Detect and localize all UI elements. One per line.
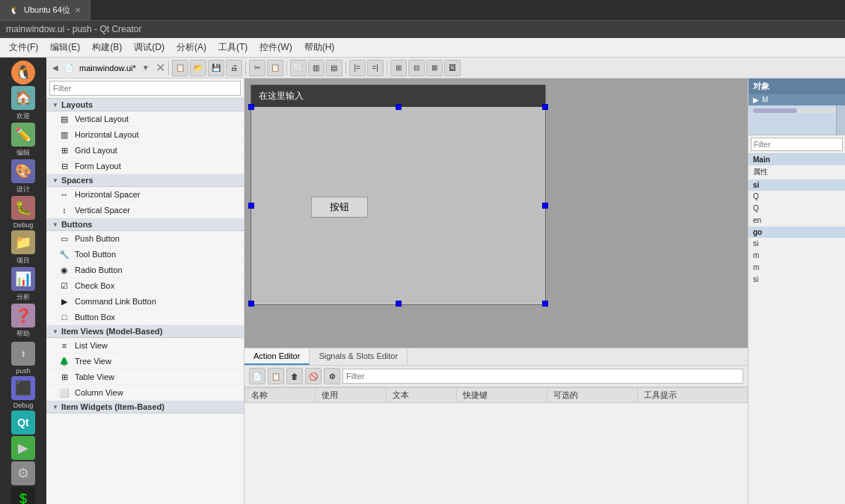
props-slider-area bbox=[749, 105, 845, 135]
sidebar-icon-run[interactable]: ▶ bbox=[3, 436, 43, 460]
sidebar-icon-debug[interactable]: 🐛 Debug bbox=[3, 196, 43, 229]
sidebar-icon-project[interactable]: 📁 项目 bbox=[3, 230, 43, 265]
menu-file[interactable]: 文件(F) bbox=[3, 39, 44, 56]
widget-tool-button[interactable]: 🔧 Tool Button bbox=[46, 247, 244, 262]
props-scroll[interactable] bbox=[836, 105, 845, 135]
props-slider-track bbox=[753, 108, 797, 113]
toolbar-sep-3 bbox=[286, 61, 287, 75]
dropdown-icon[interactable]: ▼ bbox=[141, 64, 151, 72]
sidebar-icon-welcome[interactable]: 🏠 欢迎 bbox=[3, 86, 43, 121]
toolbar-align1[interactable]: |= bbox=[349, 60, 366, 76]
toolbar-grid2[interactable]: ⊟ bbox=[408, 60, 425, 76]
props-item-si2[interactable]: si bbox=[749, 238, 845, 250]
form-body[interactable]: 按钮 bbox=[251, 107, 545, 304]
widget-horizontal-layout[interactable]: ▥ Horizontal Layout bbox=[46, 127, 244, 143]
toolbar-align2[interactable]: =| bbox=[367, 60, 384, 76]
widget-grid-layout[interactable]: ⊞ Grid Layout bbox=[46, 143, 244, 159]
menu-edit[interactable]: 编辑(E) bbox=[44, 39, 86, 56]
action-delete[interactable]: 🗑 bbox=[286, 368, 303, 384]
file-title: mainwindow.ui* bbox=[76, 64, 139, 73]
category-spacers[interactable]: ▼ Spacers bbox=[46, 174, 244, 187]
category-item-views[interactable]: ▼ Item Views (Model-Based) bbox=[46, 325, 244, 338]
menu-analyze[interactable]: 分析(A) bbox=[170, 39, 212, 56]
sidebar-icon-analyze[interactable]: 📊 分析 bbox=[3, 267, 43, 302]
widget-horizontal-spacer[interactable]: ↔ Horizontal Spacer bbox=[46, 187, 244, 203]
tab-close[interactable]: ✕ bbox=[75, 6, 81, 14]
sidebar-icon-debug2[interactable]: ⬛ Debug bbox=[3, 376, 43, 409]
props-item-en[interactable]: en bbox=[749, 215, 845, 227]
tab-ubuntu[interactable]: 🐧 Ubuntu 64位 ✕ bbox=[0, 0, 90, 20]
toolbar-save[interactable]: 💾 bbox=[208, 60, 224, 76]
widget-check-box[interactable]: ☑ Check Box bbox=[46, 278, 244, 294]
form-widget: 在这里输入 按钮 bbox=[251, 84, 546, 305]
category-layouts[interactable]: ▼ Layouts bbox=[46, 99, 244, 111]
toolbar-layout1[interactable]: ⬜ bbox=[290, 60, 307, 76]
tab-signals-slots[interactable]: Signals & Slots Editor bbox=[310, 348, 408, 365]
sidebar-icon-terminal[interactable]: $ bbox=[3, 487, 43, 504]
widget-column-view[interactable]: ⬜ Column View bbox=[46, 385, 244, 401]
sidebar-icon-help[interactable]: ❓ 帮助 bbox=[3, 304, 43, 339]
props-slider[interactable] bbox=[753, 108, 841, 113]
props-item-q1[interactable]: Q bbox=[749, 191, 845, 203]
toolbar-cut[interactable]: ✂ bbox=[249, 60, 265, 76]
toolbar-new[interactable]: 📋 bbox=[172, 60, 188, 76]
widget-button-box[interactable]: □ Button Box bbox=[46, 310, 244, 325]
props-arrow: ▶ bbox=[753, 96, 759, 104]
toolbar-grid3[interactable]: ⊠ bbox=[426, 60, 443, 76]
toolbar-layout3[interactable]: ▤ bbox=[326, 60, 342, 76]
menu-tools[interactable]: 工具(T) bbox=[212, 39, 254, 56]
action-settings[interactable]: ⚙ bbox=[324, 368, 340, 384]
action-filter-input[interactable] bbox=[342, 369, 743, 384]
action-add[interactable]: 📄 bbox=[249, 368, 265, 384]
toolbar-print[interactable]: 🖨 bbox=[226, 60, 242, 76]
sidebar-icon-edit[interactable]: ✏️ 编辑 bbox=[3, 123, 43, 158]
category-buttons[interactable]: ▼ Buttons bbox=[46, 218, 244, 231]
widget-filter-input[interactable] bbox=[49, 81, 241, 96]
menu-debug[interactable]: 调试(D) bbox=[128, 39, 170, 56]
toolbar-grid1[interactable]: ⊞ bbox=[390, 60, 407, 76]
action-copy[interactable]: 📋 bbox=[268, 368, 284, 384]
center-panel: 在这里输入 按钮 bbox=[245, 79, 748, 504]
sidebar-icon-settings[interactable]: ⚙ bbox=[3, 461, 43, 485]
props-item-q2[interactable]: Q bbox=[749, 203, 845, 215]
menu-help[interactable]: 帮助(H) bbox=[298, 39, 341, 56]
handle-bc bbox=[396, 301, 402, 307]
sidebar-icon-ubuntu[interactable]: 🐧 bbox=[3, 61, 43, 84]
designer-canvas: 在这里输入 按钮 bbox=[245, 79, 748, 348]
designer-push-button[interactable]: 按钮 bbox=[311, 197, 368, 218]
properties-panel: 对象 ▶ M Main 属性 si Q bbox=[748, 79, 845, 504]
category-item-widgets[interactable]: ▼ Item Widgets (Item-Based) bbox=[46, 401, 244, 414]
widget-table-view[interactable]: ⊞ Table View bbox=[46, 369, 244, 385]
close-editor-icon[interactable]: ✕ bbox=[156, 61, 165, 75]
toolbar-layout2[interactable]: ▥ bbox=[308, 60, 325, 76]
props-item-m1[interactable]: m bbox=[749, 250, 845, 262]
widget-tree-view[interactable]: 🌲 Tree View bbox=[46, 354, 244, 369]
props-item-attr[interactable]: 属性 bbox=[749, 165, 845, 179]
tab-action-editor[interactable]: Action Editor bbox=[245, 348, 310, 365]
title-bar: mainwindow.ui - push - Qt Creator bbox=[0, 21, 845, 38]
props-item-si3[interactable]: si bbox=[749, 274, 845, 286]
column-view-icon: ⬜ bbox=[58, 387, 70, 399]
sidebar-icon-design[interactable]: 🎨 设计 bbox=[3, 159, 43, 194]
handle-tr bbox=[542, 104, 548, 110]
menu-controls[interactable]: 控件(W) bbox=[254, 39, 298, 56]
widget-command-link[interactable]: ▶ Command Link Button bbox=[46, 294, 244, 310]
widget-panel: ▼ Layouts ▤ Vertical Layout ▥ Horizontal… bbox=[46, 79, 245, 504]
widget-vertical-spacer[interactable]: ↕ Vertical Spacer bbox=[46, 203, 244, 218]
widget-radio-button[interactable]: ◉ Radio Button bbox=[46, 262, 244, 278]
widget-list-view[interactable]: ≡ List View bbox=[46, 338, 244, 354]
command-link-icon: ▶ bbox=[58, 295, 70, 307]
widget-form-layout[interactable]: ⊟ Form Layout bbox=[46, 159, 244, 174]
toolbar-open[interactable]: 📂 bbox=[190, 60, 206, 76]
props-filter-input[interactable] bbox=[751, 138, 843, 151]
toolbar-img[interactable]: 🖼 bbox=[444, 60, 461, 76]
widget-vertical-layout[interactable]: ▤ Vertical Layout bbox=[46, 111, 244, 127]
sidebar-icon-push[interactable]: ⬆ push bbox=[3, 342, 43, 375]
toolbar-paste[interactable]: 📋 bbox=[267, 60, 283, 76]
sidebar-icon-qt[interactable]: Qt bbox=[3, 411, 43, 434]
menu-build[interactable]: 构建(B) bbox=[86, 39, 128, 56]
action-block[interactable]: 🚫 bbox=[305, 368, 322, 384]
widget-push-button[interactable]: ▭ Push Button bbox=[46, 231, 244, 247]
list-view-icon: ≡ bbox=[58, 339, 70, 351]
props-item-m2[interactable]: m bbox=[749, 262, 845, 274]
